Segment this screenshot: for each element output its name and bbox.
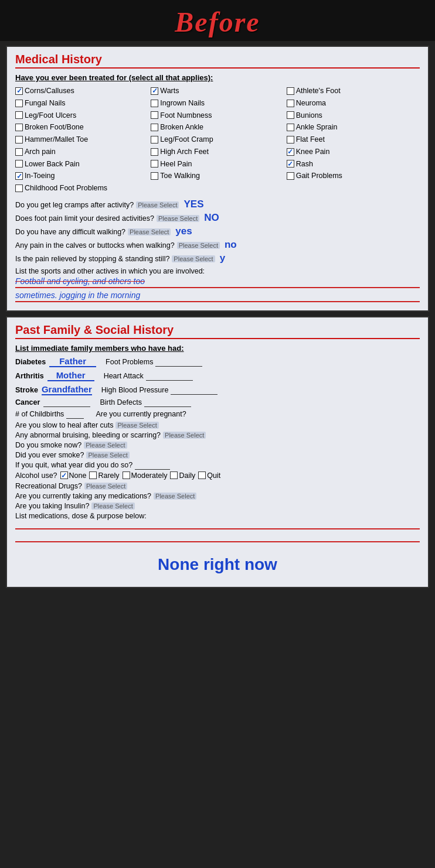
checkbox-rash[interactable]: Rash — [287, 159, 420, 170]
cb-corns — [15, 87, 23, 95]
q5-select[interactable]: Please Select — [172, 255, 215, 262]
cb-childhood — [15, 184, 23, 192]
insulin-label: Are you taking Insulin? — [15, 502, 89, 510]
q5-row: Is the pain relieved by stopping & stand… — [15, 252, 420, 264]
cb-ankle-sprain — [287, 124, 294, 131]
cb-heel-pain — [151, 160, 158, 168]
cb-rash — [287, 160, 294, 168]
medications-label: Are you currently taking any medications… — [15, 492, 151, 500]
checkbox-arch-pain[interactable]: Arch pain — [15, 146, 148, 158]
checkbox-high-arch[interactable]: High Arch Feet — [151, 146, 284, 158]
smoke-ever-row: Did you ever smoke? Please Select — [15, 451, 420, 459]
checkbox-heel-pain[interactable]: Heel Pain — [151, 159, 284, 170]
q1-select[interactable]: Please Select — [136, 201, 179, 209]
cb-arch-pain — [15, 148, 23, 156]
checkbox-flat-feet[interactable]: Flat Feet — [287, 134, 420, 145]
q4-label: Any pain in the calves or buttocks when … — [15, 241, 175, 250]
checkbox-fungal-nails[interactable]: Fungal Nails — [15, 98, 148, 109]
cb-broken-ankle — [151, 124, 158, 131]
checkbox-bunions[interactable]: Bunions — [287, 110, 420, 121]
quit-row: If you quit, what year did you do so? — [15, 461, 420, 470]
q5-label: Is the pain relieved by stopping & stand… — [15, 255, 169, 263]
checkbox-corns[interactable]: Corns/Calluses — [15, 86, 148, 97]
checkbox-gait-problems[interactable]: Gait Problems — [287, 170, 420, 182]
checkbox-leg-foot-cramp[interactable]: Leg/Foot Cramp — [151, 134, 284, 145]
checkbox-in-toeing[interactable]: In-Toeing — [15, 170, 148, 182]
checkbox-warts[interactable]: Warts — [151, 86, 284, 97]
smoke-ever-select[interactable]: Please Select — [86, 452, 129, 459]
q2-select[interactable]: Please Select — [157, 215, 199, 222]
cb-quit — [198, 471, 206, 479]
pregnant-label: Are you currently pregnant? — [96, 410, 186, 418]
medications-row: Are you currently taking any medications… — [15, 492, 420, 500]
alcohol-rarely[interactable]: Rarely — [89, 471, 119, 480]
cb-rarely — [89, 471, 97, 479]
arthritis-row: Arthritis Mother Heart Attack — [15, 370, 420, 381]
medical-history-title: Medical History — [15, 53, 420, 69]
high-bp-value — [171, 386, 217, 395]
checkbox-leg-foot-ulcers[interactable]: Leg/Foot Ulcers — [15, 110, 148, 121]
cb-foot-numbness — [151, 111, 158, 119]
sports-label: List the sports and other actives in whi… — [15, 267, 205, 275]
checkbox-childhood[interactable]: Childhood Foot Problems — [15, 183, 284, 194]
bruising-select[interactable]: Please Select — [163, 432, 206, 439]
alcohol-daily[interactable]: Daily — [170, 471, 195, 480]
smoke-now-select[interactable]: Please Select — [84, 442, 127, 449]
cb-athletes-foot — [287, 87, 294, 95]
quit-value — [135, 461, 170, 470]
checkbox-ingrown-nails[interactable]: Ingrown Nails — [151, 98, 284, 109]
high-bp-label: High Blood Pressure — [101, 386, 169, 394]
alcohol-label: Alcohol use? — [15, 471, 57, 480]
divider1 — [15, 528, 420, 529]
birth-defects-value — [144, 398, 191, 407]
checkbox-athletes-foot[interactable]: Athlete's Foot — [287, 86, 420, 97]
bruising-label: Any abnormal bruising, bleeding or scarr… — [15, 431, 161, 439]
checkbox-knee-pain[interactable]: Knee Pain — [287, 146, 420, 158]
alcohol-moderately[interactable]: Moderately — [123, 471, 168, 480]
cb-neuroma — [287, 100, 294, 107]
alcohol-row: Alcohol use? None Rarely Moderately Dail… — [15, 471, 420, 480]
insulin-select[interactable]: Please Select — [91, 503, 134, 510]
checkbox-broken-foot[interactable]: Broken Foot/Bone — [15, 122, 148, 133]
checkbox-foot-numbness[interactable]: Foot Numbness — [151, 110, 284, 121]
checkbox-neuroma[interactable]: Neuroma — [287, 98, 420, 109]
alcohol-quit[interactable]: Quit — [198, 471, 220, 480]
rec-drugs-select[interactable]: Please Select — [84, 483, 127, 490]
checkbox-lower-back[interactable]: Lower Back Pain — [15, 159, 148, 170]
checkbox-ankle-sprain[interactable]: Ankle Sprain — [287, 122, 420, 133]
checkbox-hammer-toe[interactable]: Hammer/Mallet Toe — [15, 134, 148, 145]
cancer-label: Cancer — [15, 398, 40, 406]
heal-select[interactable]: Please Select — [115, 422, 158, 429]
q2-label: Does foot pain limit your desired activi… — [15, 214, 154, 223]
q4-select[interactable]: Please Select — [177, 242, 220, 249]
medications-select[interactable]: Please Select — [154, 493, 196, 500]
cancer-value — [43, 398, 90, 407]
childbirths-row: # of Childbirths Are you currently pregn… — [15, 410, 420, 419]
q2-row: Does foot pain limit your desired activi… — [15, 212, 420, 224]
q3-select[interactable]: Please Select — [128, 228, 171, 235]
meds-note: None right now — [15, 546, 420, 579]
cb-warts — [151, 87, 158, 95]
foot-problems-value — [155, 358, 202, 367]
stroke-row: Stroke Grandfather High Blood Pressure — [15, 384, 420, 395]
checkbox-toe-walking[interactable]: Toe Walking — [151, 170, 284, 182]
cb-none — [60, 471, 68, 479]
alcohol-none[interactable]: None — [60, 471, 87, 480]
arthritis-value: Mother — [47, 370, 94, 381]
smoke-now-label: Do you smoke now? — [15, 441, 81, 449]
cb-moderately — [123, 471, 130, 479]
top-banner: Before — [0, 0, 435, 41]
quit-label: If you quit, what year did you do so? — [15, 461, 132, 469]
diabetes-label: Diabetes — [15, 358, 46, 366]
checkbox-header: Have you ever been treated for (select a… — [15, 73, 420, 82]
smoke-now-row: Do you smoke now? Please Select — [15, 441, 420, 449]
heal-label: Are you slow to heal after cuts — [15, 421, 113, 429]
checkbox-broken-ankle[interactable]: Broken Ankle — [151, 122, 284, 133]
rec-drugs-row: Recreational Drugs? Please Select — [15, 482, 420, 490]
q3-row: Do you have any difficult walking? Pleas… — [15, 225, 420, 237]
q2-answer: NO — [204, 212, 219, 224]
cb-gait-problems — [287, 172, 294, 180]
cb-bunions — [287, 111, 294, 119]
birth-defects-label: Birth Defects — [100, 398, 142, 406]
sports-value: Football and cycling, and others too — [15, 276, 420, 288]
